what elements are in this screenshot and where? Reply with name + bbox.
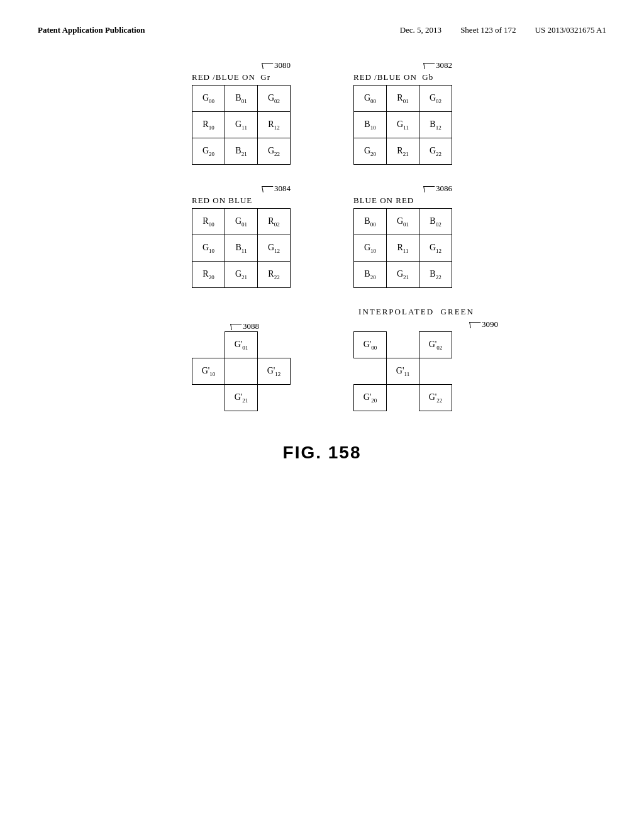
- table-row: G'20 G'22: [354, 385, 452, 411]
- cell-g02: G02: [258, 86, 291, 112]
- page-header: Patent Application Publication Dec. 5, 2…: [38, 25, 606, 35]
- row-3-container: 3088 INTERPOLATED GREEN 3090: [38, 307, 606, 411]
- cell-g10p: G'10: [192, 358, 225, 385]
- cell-r12: R12: [258, 112, 291, 138]
- table-row: B00 G01 B02: [354, 209, 452, 235]
- table-row: G20 R21 G22: [354, 138, 452, 165]
- table-row: R20 G21 R22: [192, 262, 291, 288]
- table-row: G'01: [192, 332, 291, 358]
- table-row: G'10 G'12: [192, 358, 291, 385]
- cell-b10: B10: [354, 112, 387, 138]
- cell-g12: G12: [419, 235, 452, 262]
- publication-label: Patent Application Publication: [38, 25, 145, 35]
- bottom-pair: G'01 G'10 G'12 G'21: [38, 331, 606, 411]
- cell-g01p: G'01: [225, 332, 258, 358]
- cell-b22: B22: [419, 262, 452, 288]
- fig-3080-title: RED /BLUE ON Gr: [192, 72, 270, 82]
- cell-empty: [192, 332, 225, 358]
- interpolated-container: INTERPOLATED GREEN 3090: [328, 307, 504, 331]
- cell-g00p: G'00: [354, 332, 387, 358]
- cell-g20: G20: [192, 138, 225, 165]
- fig-3084-grid: R00 G01 R02 G10 B11 G12 R20 G21 R22: [192, 208, 291, 288]
- ref-3082: 3082: [424, 60, 452, 70]
- figure-3080: 3080 RED /BLUE ON Gr G00 B01 G02 R10 G11…: [192, 60, 291, 165]
- cell-r22: R22: [258, 262, 291, 288]
- cell-r01: R01: [387, 86, 419, 112]
- cell-g20: G20: [354, 138, 387, 165]
- refs-row-3: 3088 INTERPOLATED GREEN 3090: [38, 307, 606, 331]
- table-row: G10 R11 G12: [354, 235, 452, 262]
- cell-b20: B20: [354, 262, 387, 288]
- cell-g10: G10: [354, 235, 387, 262]
- cell-r10: R10: [192, 112, 225, 138]
- cell-g11: G11: [225, 112, 258, 138]
- ref-3090: 3090: [470, 319, 504, 329]
- figure-3086: 3086 BLUE ON RED B00 G01 B02 G10 R11 G12: [353, 184, 452, 288]
- patent-number: US 2013/0321675 A1: [535, 25, 606, 35]
- cell-r21: R21: [387, 138, 419, 165]
- fig-3086-grid: B00 G01 B02 G10 R11 G12 B20 G21 B22: [353, 208, 452, 288]
- cell-r11: R11: [387, 235, 419, 262]
- cell-empty: [192, 385, 225, 411]
- table-row: R00 G01 R02: [192, 209, 291, 235]
- cell-empty: [354, 358, 387, 385]
- cell-g10: G10: [192, 235, 225, 262]
- table-row: G00 B01 G02: [192, 86, 291, 112]
- cell-g12p: G'12: [258, 358, 291, 385]
- cell-g21: G21: [387, 262, 419, 288]
- cell-empty: [258, 332, 291, 358]
- cell-b02: B02: [419, 209, 452, 235]
- publication-date: Dec. 5, 2013: [400, 25, 441, 35]
- figure-3084: 3084 RED ON BLUE R00 G01 R02 G10 B11 G12: [192, 184, 291, 288]
- table-row: G'11: [354, 358, 452, 385]
- cell-g01: G01: [387, 209, 419, 235]
- cell-g12: G12: [258, 235, 291, 262]
- cell-g11p: G'11: [387, 358, 419, 385]
- cell-r20: R20: [192, 262, 225, 288]
- cell-b11: B11: [225, 235, 258, 262]
- fig-3086-title: BLUE ON RED: [353, 196, 414, 206]
- cell-empty: [419, 358, 452, 385]
- fig-3082-grid: G00 R01 G02 B10 G11 B12 G20 R21 G22: [353, 85, 452, 165]
- cell-empty: [387, 332, 419, 358]
- fig-3080-grid: G00 B01 G02 R10 G11 R12 G20 B21 G22: [192, 85, 291, 165]
- table-row: B10 G11 B12: [354, 112, 452, 138]
- cell-g00: G00: [192, 86, 225, 112]
- fig-3090-grid: G'00 G'02 G'11 G'20 G'22: [353, 331, 452, 411]
- cell-g11: G11: [387, 112, 419, 138]
- cell-empty: [387, 385, 419, 411]
- cell-g21: G21: [225, 262, 258, 288]
- cell-r02: R02: [258, 209, 291, 235]
- table-row: G'21: [192, 385, 291, 411]
- table-row: B20 G21 B22: [354, 262, 452, 288]
- cell-b01: B01: [225, 86, 258, 112]
- table-row: R10 G11 R12: [192, 112, 291, 138]
- cell-g22: G22: [419, 138, 452, 165]
- figure-caption: FIG. 158: [283, 443, 362, 463]
- cell-b00: B00: [354, 209, 387, 235]
- cell-g02p: G'02: [419, 332, 452, 358]
- cell-g02: G02: [419, 86, 452, 112]
- row-pair-1: 3080 RED /BLUE ON Gr G00 B01 G02 R10 G11…: [38, 60, 606, 165]
- row-pair-2: 3084 RED ON BLUE R00 G01 R02 G10 B11 G12: [38, 184, 606, 288]
- cell-g22: G22: [258, 138, 291, 165]
- interpolated-label: INTERPOLATED GREEN: [358, 307, 474, 317]
- cell-r00: R00: [192, 209, 225, 235]
- cell-b21: B21: [225, 138, 258, 165]
- fig-3082-title: RED /BLUE ON Gb: [353, 72, 433, 82]
- cell-g01: G01: [225, 209, 258, 235]
- table-row: G'00 G'02: [354, 332, 452, 358]
- sheet-info: Sheet 123 of 172: [460, 25, 516, 35]
- figure-3082: 3082 RED /BLUE ON Gb G00 R01 G02 B10 G11…: [353, 60, 452, 165]
- table-row: G10 B11 G12: [192, 235, 291, 262]
- figure-3088: G'01 G'10 G'12 G'21: [192, 331, 291, 411]
- figures-area: 3080 RED /BLUE ON Gr G00 B01 G02 R10 G11…: [38, 60, 606, 463]
- ref-3084: 3084: [262, 184, 291, 194]
- cell-g22p: G'22: [419, 385, 452, 411]
- cell-empty: [225, 358, 258, 385]
- ref-3086: 3086: [424, 184, 452, 194]
- ref-3080: 3080: [262, 60, 291, 70]
- cell-empty: [258, 385, 291, 411]
- cell-g21p: G'21: [225, 385, 258, 411]
- cell-g20p: G'20: [354, 385, 387, 411]
